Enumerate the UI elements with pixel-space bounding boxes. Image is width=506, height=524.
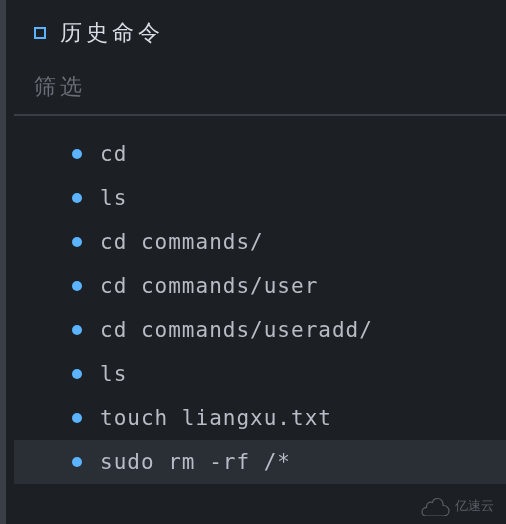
command-item[interactable]: sudo rm -rf /*	[14, 440, 506, 484]
bullet-icon	[72, 369, 82, 379]
command-item[interactable]: touch liangxu.txt	[14, 396, 506, 440]
command-list: cdlscd commands/cd commands/usercd comma…	[14, 116, 506, 484]
bullet-icon	[72, 237, 82, 247]
filter-input[interactable]	[34, 74, 490, 100]
watermark: 亿速云	[419, 496, 494, 516]
bullet-icon	[72, 149, 82, 159]
cloud-icon	[419, 496, 451, 516]
filter-section	[14, 66, 506, 116]
command-text: cd	[100, 142, 127, 166]
command-item[interactable]: ls	[14, 176, 506, 220]
bullet-icon	[72, 281, 82, 291]
bullet-icon	[72, 457, 82, 467]
command-item[interactable]: ls	[14, 352, 506, 396]
panel-header: 历史命令	[14, 0, 506, 66]
left-border	[0, 0, 6, 524]
command-text: touch liangxu.txt	[100, 406, 332, 430]
command-item[interactable]: cd commands/useradd/	[14, 308, 506, 352]
command-item[interactable]: cd commands/	[14, 220, 506, 264]
command-item[interactable]: cd commands/user	[14, 264, 506, 308]
history-panel: 历史命令 cdlscd commands/cd commands/usercd …	[0, 0, 506, 484]
bullet-icon	[72, 413, 82, 423]
panel-title: 历史命令	[60, 18, 164, 48]
watermark-text: 亿速云	[455, 497, 494, 515]
command-text: cd commands/user	[100, 274, 318, 298]
bullet-icon	[72, 193, 82, 203]
header-marker-icon	[34, 27, 46, 39]
command-text: ls	[100, 362, 127, 386]
command-text: sudo rm -rf /*	[100, 450, 291, 474]
command-text: cd commands/useradd/	[100, 318, 373, 342]
command-item[interactable]: cd	[14, 132, 506, 176]
command-text: cd commands/	[100, 230, 264, 254]
command-text: ls	[100, 186, 127, 210]
bullet-icon	[72, 325, 82, 335]
